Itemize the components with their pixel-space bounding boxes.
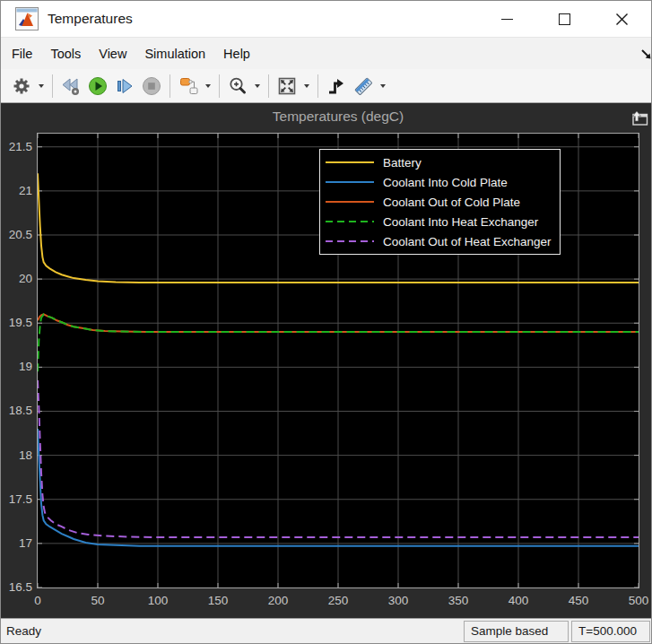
y-tick-label: 20.5 (1, 228, 32, 242)
matlab-scope-icon (15, 7, 39, 30)
minimize-icon (501, 19, 513, 20)
fit-to-view-icon (276, 75, 298, 97)
y-tick-label: 19.5 (1, 316, 32, 330)
toolbar-separator (170, 74, 170, 98)
y-tick-label: 19 (1, 360, 32, 374)
legend-label: Coolant Out of Heat Exchanger (383, 235, 552, 248)
y-tick-label: 16.5 (1, 580, 32, 595)
dock-button[interactable] (630, 110, 648, 126)
step-forward-icon (114, 75, 135, 97)
legend-label: Coolant Into Heat Exchanger (383, 215, 538, 229)
x-tick-label: 450 (569, 594, 589, 608)
legend-line-sample (324, 236, 376, 247)
maximize-button[interactable] (543, 1, 585, 37)
legend-line-sample (324, 196, 376, 207)
x-tick-label: 100 (148, 594, 169, 608)
x-tick-label: 200 (268, 594, 289, 608)
menu-view[interactable]: View (90, 47, 135, 61)
y-tick-label: 18.5 (1, 404, 32, 418)
legend-item[interactable]: Coolant Into Heat Exchanger (324, 212, 552, 231)
legend-item[interactable]: Coolant Out of Heat Exchanger (324, 231, 552, 251)
scope-window: Temperatures File Tools View Simulation … (0, 0, 652, 644)
y-tick-label: 17.5 (1, 492, 32, 507)
highlight-simulink-block-button[interactable] (175, 74, 202, 99)
chevron-down-icon (205, 84, 211, 88)
menu-help[interactable]: Help (214, 47, 259, 61)
x-tick-label: 150 (208, 594, 229, 608)
minimize-button[interactable] (486, 1, 527, 37)
chevron-down-icon (255, 84, 260, 88)
plot-title: Temperatures (degC) (38, 109, 639, 125)
step-back-icon (59, 75, 83, 97)
window-controls (470, 1, 651, 37)
sample-mode-indicator: Sample based (464, 621, 569, 642)
x-tick-label: 50 (91, 594, 104, 608)
trigger-icon (326, 75, 347, 97)
menu-tools[interactable]: Tools (41, 47, 90, 61)
x-tick-label: 0 (34, 594, 41, 608)
y-tick-label: 21.5 (1, 140, 32, 154)
legend-line-sample (324, 216, 376, 227)
simulink-blocks-icon (178, 75, 199, 97)
legend-line-sample (324, 157, 376, 168)
stop-icon (141, 75, 162, 97)
y-tick-label: 21 (1, 184, 32, 198)
x-tick-label: 300 (388, 594, 409, 608)
scope-canvas: Temperatures (degC) BatteryCoolant Into … (1, 103, 651, 618)
settings-dropdown[interactable] (35, 74, 48, 99)
highlight-block-dropdown[interactable] (202, 74, 214, 99)
window-title: Temperatures (48, 11, 133, 27)
y-tick-label: 17 (1, 536, 32, 551)
legend: BatteryCoolant Into Cold PlateCoolant Ou… (319, 149, 561, 255)
legend-line-sample (324, 177, 376, 187)
title-bar: Temperatures (1, 1, 651, 37)
x-tick-label: 250 (328, 594, 349, 608)
step-forward-button[interactable] (111, 74, 138, 99)
close-button[interactable] (601, 1, 642, 37)
ruler-icon (352, 75, 375, 97)
plot-area[interactable]: BatteryCoolant Into Cold PlateCoolant Ou… (37, 133, 639, 588)
legend-item[interactable]: Battery (324, 152, 552, 172)
menu-bar: File Tools View Simulation Help (1, 37, 651, 69)
trigger-button[interactable] (323, 74, 350, 99)
gear-icon (11, 75, 32, 97)
chevron-down-icon (39, 84, 44, 88)
toolbar-separator (268, 74, 269, 98)
legend-label: Coolant Into Cold Plate (383, 176, 508, 189)
stop-button[interactable] (138, 74, 165, 99)
x-tick-label: 400 (509, 594, 529, 608)
x-tick-label: 500 (629, 594, 649, 608)
menu-file[interactable]: File (3, 47, 41, 61)
simulation-time-text: T=500.000 (578, 624, 637, 638)
settings-button[interactable] (8, 74, 35, 99)
status-message: Ready (1, 624, 461, 638)
zoom-dropdown[interactable] (251, 74, 264, 99)
toolbar-separator (219, 74, 220, 98)
step-back-button[interactable] (57, 74, 84, 99)
status-bar: Ready Sample based T=500.000 (1, 618, 651, 643)
toolbar (1, 69, 651, 103)
chevron-down-icon (380, 84, 386, 88)
menu-simulation[interactable]: Simulation (135, 47, 214, 61)
run-icon (87, 75, 109, 97)
toolbar-separator (317, 74, 318, 98)
legend-label: Battery (383, 156, 422, 170)
zoom-in-button[interactable] (224, 74, 251, 99)
toolbar-separator (52, 74, 53, 98)
measurements-button[interactable] (350, 74, 377, 99)
simulation-time-indicator: T=500.000 (571, 621, 650, 642)
maximize-icon (559, 13, 570, 25)
y-tick-label: 18 (1, 448, 32, 463)
dock-icon (630, 110, 648, 126)
legend-label: Coolant Out of Cold Plate (383, 196, 520, 209)
legend-item[interactable]: Coolant Out of Cold Plate (324, 192, 552, 212)
resize-cursor-icon (640, 48, 652, 60)
fit-to-view-button[interactable] (274, 74, 300, 99)
sample-mode-text: Sample based (471, 624, 548, 638)
fit-to-view-dropdown[interactable] (300, 74, 313, 99)
run-button[interactable] (84, 74, 111, 99)
x-tick-label: 350 (448, 594, 469, 608)
legend-item[interactable]: Coolant Into Cold Plate (324, 172, 552, 192)
y-tick-label: 20 (1, 272, 32, 286)
measurements-dropdown[interactable] (377, 74, 389, 99)
